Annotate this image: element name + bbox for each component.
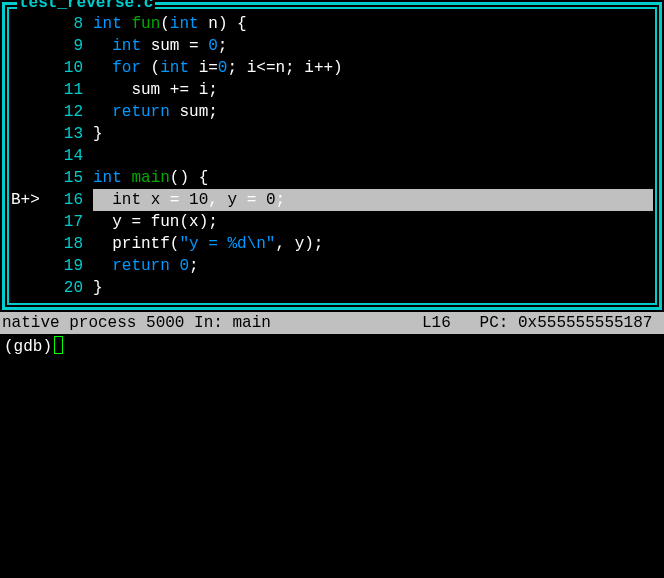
gdb-prompt-area[interactable]: (gdb)	[0, 334, 664, 356]
cursor-icon	[54, 336, 63, 354]
code-content	[93, 145, 653, 167]
code-content: return 0;	[93, 255, 653, 277]
code-line: 13}	[11, 123, 653, 145]
code-line: 15int main() {	[11, 167, 653, 189]
source-window: test_reverse.c 8int fun(int n) {9 int su…	[2, 2, 662, 310]
status-right: L16 PC: 0x555555555187	[422, 312, 662, 334]
terminal-empty-area[interactable]	[0, 356, 664, 516]
gdb-prompt: (gdb)	[4, 336, 52, 354]
line-number: 15	[45, 167, 93, 189]
code-line: 8int fun(int n) {	[11, 13, 653, 35]
breakpoint-marker	[11, 211, 45, 233]
code-content: int main() {	[93, 167, 653, 189]
line-number: 18	[45, 233, 93, 255]
code-line: 18 printf("y = %d\n", y);	[11, 233, 653, 255]
breakpoint-marker	[11, 57, 45, 79]
breakpoint-marker	[11, 277, 45, 299]
code-line: 17 y = fun(x);	[11, 211, 653, 233]
breakpoint-marker	[11, 35, 45, 57]
status-left: native process 5000 In: main	[2, 312, 422, 334]
code-content: sum += i;	[93, 79, 653, 101]
breakpoint-marker: B+>	[11, 189, 45, 211]
code-line: 12 return sum;	[11, 101, 653, 123]
breakpoint-marker	[11, 255, 45, 277]
breakpoint-marker	[11, 101, 45, 123]
line-number: 12	[45, 101, 93, 123]
breakpoint-marker	[11, 167, 45, 189]
code-line: 11 sum += i;	[11, 79, 653, 101]
breakpoint-marker	[11, 79, 45, 101]
line-number: 8	[45, 13, 93, 35]
code-line: 19 return 0;	[11, 255, 653, 277]
line-number: 14	[45, 145, 93, 167]
code-line: B+>16 int x = 10, y = 0;	[11, 189, 653, 211]
line-number: 19	[45, 255, 93, 277]
code-content: }	[93, 277, 653, 299]
line-number: 11	[45, 79, 93, 101]
line-number: 16	[45, 189, 93, 211]
code-content: int x = 10, y = 0;	[93, 189, 653, 211]
code-content: printf("y = %d\n", y);	[93, 233, 653, 255]
line-number: 20	[45, 277, 93, 299]
code-line: 20}	[11, 277, 653, 299]
line-number: 9	[45, 35, 93, 57]
breakpoint-marker	[11, 233, 45, 255]
code-content: y = fun(x);	[93, 211, 653, 233]
code-content: }	[93, 123, 653, 145]
code-pane[interactable]: 8int fun(int n) {9 int sum = 0;10 for (i…	[7, 7, 657, 305]
breakpoint-marker	[11, 13, 45, 35]
code-content: return sum;	[93, 101, 653, 123]
code-content: int fun(int n) {	[93, 13, 653, 35]
window-title: test_reverse.c	[17, 0, 155, 12]
line-number: 13	[45, 123, 93, 145]
code-content: for (int i=0; i<=n; i++)	[93, 57, 653, 79]
breakpoint-marker	[11, 145, 45, 167]
status-bar: native process 5000 In: main L16 PC: 0x5…	[0, 312, 664, 334]
code-line: 10 for (int i=0; i<=n; i++)	[11, 57, 653, 79]
code-line: 14	[11, 145, 653, 167]
breakpoint-marker	[11, 123, 45, 145]
code-content: int sum = 0;	[93, 35, 653, 57]
line-number: 17	[45, 211, 93, 233]
line-number: 10	[45, 57, 93, 79]
code-line: 9 int sum = 0;	[11, 35, 653, 57]
